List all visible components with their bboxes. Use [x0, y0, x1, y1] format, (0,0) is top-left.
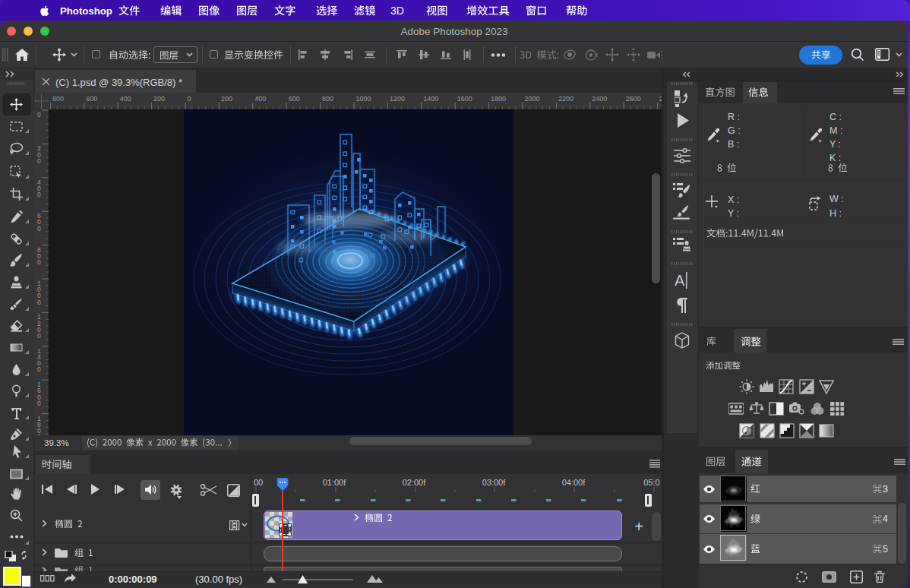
svg-text:0: 0 [37, 157, 41, 165]
svg-text:2600: 2600 [626, 95, 641, 103]
svg-text:2200: 2200 [558, 95, 573, 103]
svg-text:200: 200 [153, 95, 165, 103]
svg-text:400: 400 [254, 95, 266, 103]
svg-text:0: 0 [37, 365, 41, 373]
svg-text:0: 0 [37, 332, 41, 340]
svg-text:200: 200 [221, 95, 232, 103]
svg-text:0: 0 [37, 258, 41, 266]
svg-text:0: 0 [37, 225, 41, 232]
svg-text:1200: 1200 [390, 95, 405, 103]
svg-text:600: 600 [289, 95, 300, 103]
svg-text:0: 0 [37, 400, 41, 407]
svg-text:0: 0 [188, 95, 191, 103]
svg-text:2400: 2400 [592, 95, 607, 103]
svg-text:0: 0 [37, 111, 41, 119]
svg-text:400: 400 [120, 95, 131, 103]
svg-text:600: 600 [86, 95, 97, 103]
svg-text:800: 800 [322, 95, 333, 103]
svg-text:2000: 2000 [525, 95, 540, 103]
svg-text:0: 0 [37, 191, 41, 198]
svg-text:1000: 1000 [356, 95, 371, 103]
svg-text:1400: 1400 [423, 95, 438, 103]
svg-text:1800: 1800 [491, 95, 506, 103]
svg-text:0: 0 [37, 299, 41, 306]
svg-text:800: 800 [52, 95, 64, 103]
svg-text:1600: 1600 [457, 95, 472, 103]
svg-text:A: A [675, 272, 685, 289]
